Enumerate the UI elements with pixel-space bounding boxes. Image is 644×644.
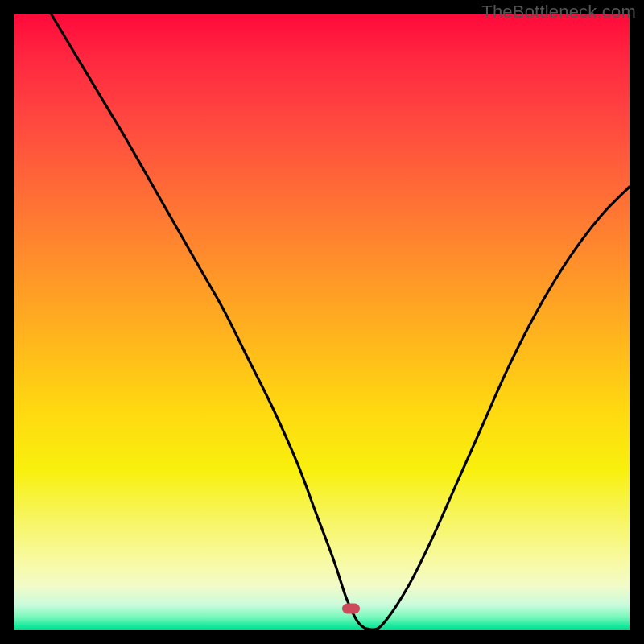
- watermark-text: TheBottleneck.com: [481, 2, 636, 23]
- curve-layer: [14, 14, 630, 630]
- optimum-marker: [342, 604, 360, 614]
- plot-area: [14, 14, 630, 630]
- chart-frame: TheBottleneck.com: [0, 0, 644, 644]
- bottleneck-curve: [52, 14, 630, 630]
